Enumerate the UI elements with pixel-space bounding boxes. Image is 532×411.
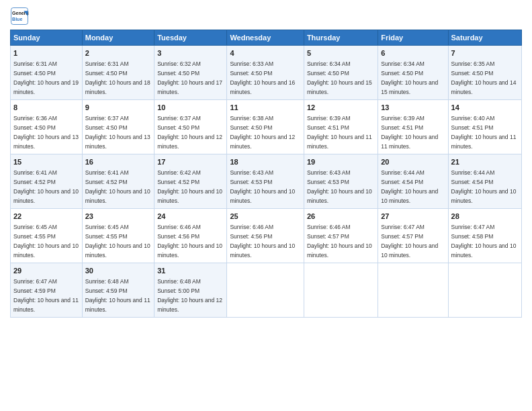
week-row-5: 29Sunrise: 6:47 AMSunset: 4:59 PMDayligh… <box>11 263 522 317</box>
calendar-table: SundayMondayTuesdayWednesdayThursdayFrid… <box>10 30 522 318</box>
day-cell: 16Sunrise: 6:41 AMSunset: 4:52 PMDayligh… <box>82 154 154 208</box>
day-info: Sunrise: 6:41 AMSunset: 4:52 PMDaylight:… <box>13 169 79 204</box>
day-number: 7 <box>451 48 519 58</box>
day-cell: 27Sunrise: 6:47 AMSunset: 4:57 PMDayligh… <box>378 208 448 263</box>
day-number: 15 <box>13 157 79 167</box>
day-cell <box>227 263 304 317</box>
header-row: SundayMondayTuesdayWednesdayThursdayFrid… <box>11 30 522 46</box>
day-number: 29 <box>13 266 79 276</box>
day-cell: 23Sunrise: 6:45 AMSunset: 4:55 PMDayligh… <box>82 208 154 263</box>
day-number: 6 <box>381 48 445 58</box>
day-info: Sunrise: 6:46 AMSunset: 4:56 PMDaylight:… <box>157 224 222 259</box>
day-info: Sunrise: 6:44 AMSunset: 4:54 PMDaylight:… <box>451 169 517 204</box>
week-row-3: 15Sunrise: 6:41 AMSunset: 4:52 PMDayligh… <box>11 154 522 208</box>
col-header-sunday: Sunday <box>11 30 83 46</box>
day-cell: 4Sunrise: 6:33 AMSunset: 4:50 PMDaylight… <box>227 46 304 100</box>
day-number: 5 <box>307 48 375 58</box>
day-info: Sunrise: 6:34 AMSunset: 4:50 PMDaylight:… <box>381 60 438 95</box>
day-cell: 3Sunrise: 6:32 AMSunset: 4:50 PMDaylight… <box>154 46 227 100</box>
day-cell: 22Sunrise: 6:45 AMSunset: 4:55 PMDayligh… <box>11 208 83 263</box>
day-cell: 18Sunrise: 6:43 AMSunset: 4:53 PMDayligh… <box>227 154 304 208</box>
day-info: Sunrise: 6:35 AMSunset: 4:50 PMDaylight:… <box>451 60 517 95</box>
day-info: Sunrise: 6:44 AMSunset: 4:54 PMDaylight:… <box>381 169 438 204</box>
day-cell: 24Sunrise: 6:46 AMSunset: 4:56 PMDayligh… <box>154 208 227 263</box>
day-info: Sunrise: 6:48 AMSunset: 5:00 PMDaylight:… <box>157 278 222 313</box>
day-cell: 1Sunrise: 6:31 AMSunset: 4:50 PMDaylight… <box>11 46 83 100</box>
page: General Blue SundayMondayTuesdayWednesda… <box>0 0 532 411</box>
day-cell: 11Sunrise: 6:38 AMSunset: 4:50 PMDayligh… <box>227 99 304 154</box>
day-number: 11 <box>230 103 301 113</box>
day-number: 16 <box>85 157 151 167</box>
day-info: Sunrise: 6:41 AMSunset: 4:52 PMDaylight:… <box>85 169 150 204</box>
week-row-1: 1Sunrise: 6:31 AMSunset: 4:50 PMDaylight… <box>11 46 522 100</box>
day-info: Sunrise: 6:36 AMSunset: 4:50 PMDaylight:… <box>13 115 79 150</box>
day-number: 28 <box>451 212 519 222</box>
day-info: Sunrise: 6:34 AMSunset: 4:50 PMDaylight:… <box>307 60 372 95</box>
day-cell: 10Sunrise: 6:37 AMSunset: 4:50 PMDayligh… <box>154 99 227 154</box>
day-cell: 26Sunrise: 6:46 AMSunset: 4:57 PMDayligh… <box>304 208 378 263</box>
day-info: Sunrise: 6:47 AMSunset: 4:58 PMDaylight:… <box>451 224 517 259</box>
day-cell: 7Sunrise: 6:35 AMSunset: 4:50 PMDaylight… <box>448 46 521 100</box>
day-number: 1 <box>13 48 79 58</box>
day-info: Sunrise: 6:32 AMSunset: 4:50 PMDaylight:… <box>157 60 222 95</box>
day-info: Sunrise: 6:40 AMSunset: 4:51 PMDaylight:… <box>451 115 517 150</box>
day-number: 14 <box>451 103 519 113</box>
day-info: Sunrise: 6:33 AMSunset: 4:50 PMDaylight:… <box>230 60 295 95</box>
day-number: 19 <box>307 157 375 167</box>
day-number: 2 <box>85 48 151 58</box>
day-info: Sunrise: 6:31 AMSunset: 4:50 PMDaylight:… <box>13 60 79 95</box>
svg-rect-0 <box>11 8 28 25</box>
day-cell: 29Sunrise: 6:47 AMSunset: 4:59 PMDayligh… <box>11 263 83 317</box>
day-cell: 19Sunrise: 6:43 AMSunset: 4:53 PMDayligh… <box>304 154 378 208</box>
day-number: 24 <box>157 212 224 222</box>
day-info: Sunrise: 6:47 AMSunset: 4:57 PMDaylight:… <box>381 224 438 259</box>
svg-text:Blue: Blue <box>12 17 22 21</box>
day-cell: 2Sunrise: 6:31 AMSunset: 4:50 PMDaylight… <box>82 46 154 100</box>
day-info: Sunrise: 6:43 AMSunset: 4:53 PMDaylight:… <box>230 169 295 204</box>
day-number: 26 <box>307 212 375 222</box>
col-header-saturday: Saturday <box>448 30 521 46</box>
col-header-tuesday: Tuesday <box>154 30 227 46</box>
day-number: 17 <box>157 157 224 167</box>
day-cell: 5Sunrise: 6:34 AMSunset: 4:50 PMDaylight… <box>304 46 378 100</box>
day-number: 22 <box>13 212 79 222</box>
day-cell <box>448 263 521 317</box>
day-info: Sunrise: 6:31 AMSunset: 4:50 PMDaylight:… <box>85 60 150 95</box>
day-cell: 6Sunrise: 6:34 AMSunset: 4:50 PMDaylight… <box>378 46 448 100</box>
day-info: Sunrise: 6:42 AMSunset: 4:52 PMDaylight:… <box>157 169 222 204</box>
col-header-friday: Friday <box>378 30 448 46</box>
day-cell: 25Sunrise: 6:46 AMSunset: 4:56 PMDayligh… <box>227 208 304 263</box>
day-cell: 28Sunrise: 6:47 AMSunset: 4:58 PMDayligh… <box>448 208 521 263</box>
week-row-2: 8Sunrise: 6:36 AMSunset: 4:50 PMDaylight… <box>11 99 522 154</box>
day-number: 21 <box>451 157 519 167</box>
day-cell: 17Sunrise: 6:42 AMSunset: 4:52 PMDayligh… <box>154 154 227 208</box>
day-number: 12 <box>307 103 375 113</box>
day-cell: 14Sunrise: 6:40 AMSunset: 4:51 PMDayligh… <box>448 99 521 154</box>
day-number: 10 <box>157 103 224 113</box>
col-header-wednesday: Wednesday <box>227 30 304 46</box>
logo-icon: General Blue <box>10 7 29 26</box>
day-info: Sunrise: 6:43 AMSunset: 4:53 PMDaylight:… <box>307 169 372 204</box>
col-header-thursday: Thursday <box>304 30 378 46</box>
day-info: Sunrise: 6:37 AMSunset: 4:50 PMDaylight:… <box>85 115 150 150</box>
day-cell: 21Sunrise: 6:44 AMSunset: 4:54 PMDayligh… <box>448 154 521 208</box>
day-info: Sunrise: 6:38 AMSunset: 4:50 PMDaylight:… <box>230 115 295 150</box>
day-info: Sunrise: 6:45 AMSunset: 4:55 PMDaylight:… <box>13 224 79 259</box>
day-number: 23 <box>85 212 151 222</box>
day-info: Sunrise: 6:37 AMSunset: 4:50 PMDaylight:… <box>157 115 222 150</box>
day-number: 13 <box>381 103 445 113</box>
day-info: Sunrise: 6:46 AMSunset: 4:57 PMDaylight:… <box>307 224 372 259</box>
day-number: 20 <box>381 157 445 167</box>
header: General Blue <box>10 7 522 26</box>
day-number: 30 <box>85 266 151 276</box>
day-number: 4 <box>230 48 301 58</box>
day-number: 8 <box>13 103 79 113</box>
day-info: Sunrise: 6:47 AMSunset: 4:59 PMDaylight:… <box>13 278 79 313</box>
day-cell: 30Sunrise: 6:48 AMSunset: 4:59 PMDayligh… <box>82 263 154 317</box>
day-info: Sunrise: 6:48 AMSunset: 4:59 PMDaylight:… <box>85 278 150 313</box>
day-number: 18 <box>230 157 301 167</box>
day-info: Sunrise: 6:46 AMSunset: 4:56 PMDaylight:… <box>230 224 295 259</box>
day-cell: 8Sunrise: 6:36 AMSunset: 4:50 PMDaylight… <box>11 99 83 154</box>
logo: General Blue <box>10 7 29 26</box>
day-number: 31 <box>157 266 224 276</box>
